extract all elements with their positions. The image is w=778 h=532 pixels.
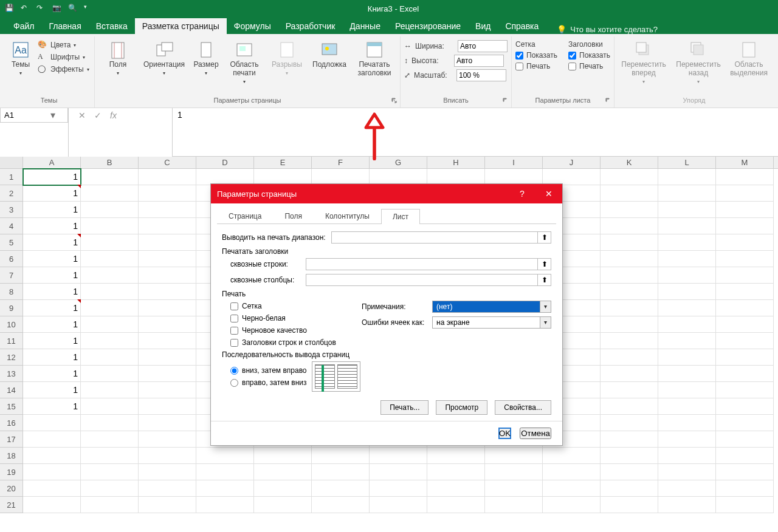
- cell[interactable]: [485, 480, 543, 497]
- cell[interactable]: [196, 480, 254, 497]
- row-header[interactable]: 9: [0, 300, 23, 316]
- column-header[interactable]: B: [81, 157, 139, 168]
- cell[interactable]: [254, 464, 312, 480]
- cell[interactable]: [716, 316, 774, 333]
- cell[interactable]: [370, 464, 427, 480]
- cell[interactable]: [601, 218, 658, 234]
- column-header[interactable]: L: [658, 157, 716, 168]
- cell[interactable]: [23, 480, 81, 497]
- row-header[interactable]: 8: [0, 284, 23, 300]
- cell[interactable]: [658, 202, 716, 218]
- cell[interactable]: [139, 366, 196, 382]
- cell[interactable]: [370, 480, 427, 497]
- margins-button[interactable]: Поля▾: [98, 38, 137, 76]
- cell[interactable]: [601, 448, 658, 464]
- cell[interactable]: [716, 333, 774, 349]
- cell[interactable]: [139, 464, 196, 480]
- cell[interactable]: [601, 169, 658, 185]
- cell[interactable]: [658, 382, 716, 398]
- redo-icon[interactable]: ↷: [36, 4, 46, 13]
- cell[interactable]: 1: [23, 267, 81, 284]
- fit-width-combo[interactable]: [458, 40, 508, 52]
- column-header[interactable]: I: [485, 157, 543, 168]
- chevron-down-icon[interactable]: ▾: [540, 301, 551, 312]
- cell[interactable]: 1: [23, 382, 81, 398]
- cell[interactable]: [543, 497, 601, 513]
- tab-page-layout[interactable]: Разметка страницы: [135, 18, 227, 34]
- tab-developer[interactable]: Разработчик: [278, 18, 343, 34]
- cell[interactable]: [716, 366, 774, 382]
- black-white-checkbox[interactable]: Черно-белая: [230, 314, 349, 322]
- cell[interactable]: 1: [23, 366, 81, 382]
- comments-combo[interactable]: ▾: [432, 301, 551, 313]
- row-header[interactable]: 4: [0, 218, 23, 234]
- row-header[interactable]: 13: [0, 366, 23, 382]
- row-header[interactable]: 1: [0, 169, 23, 185]
- cell[interactable]: [716, 382, 774, 398]
- cell[interactable]: [658, 218, 716, 234]
- print-area-input[interactable]: [331, 231, 538, 244]
- tab-data[interactable]: Данные: [342, 18, 388, 34]
- cell[interactable]: [81, 448, 139, 464]
- fit-height-combo[interactable]: [454, 55, 504, 67]
- column-header[interactable]: D: [196, 157, 254, 168]
- cell[interactable]: [81, 202, 139, 218]
- tab-view[interactable]: Вид: [468, 18, 498, 34]
- tell-me-search[interactable]: 💡 Что вы хотите сделать?: [557, 25, 658, 34]
- cell[interactable]: [81, 185, 139, 202]
- cell[interactable]: [658, 398, 716, 415]
- cell-errors-combo[interactable]: ▾: [432, 316, 551, 329]
- cell[interactable]: [485, 169, 543, 185]
- dialog-close-icon[interactable]: ✕: [535, 189, 562, 199]
- cell[interactable]: [139, 218, 196, 234]
- gridlines-checkbox[interactable]: Сетка: [230, 302, 349, 310]
- cols-repeat-picker-icon[interactable]: ⬆: [538, 274, 551, 286]
- row-header[interactable]: 16: [0, 415, 23, 431]
- cell[interactable]: [23, 464, 81, 480]
- cell[interactable]: [601, 398, 658, 415]
- row-header[interactable]: 19: [0, 464, 23, 480]
- tab-review[interactable]: Рецензирование: [388, 18, 468, 34]
- cell[interactable]: [601, 251, 658, 267]
- cell[interactable]: [716, 415, 774, 431]
- dialog-help-icon[interactable]: ?: [509, 189, 535, 199]
- cell[interactable]: [716, 497, 774, 513]
- cell[interactable]: [139, 398, 196, 415]
- cell[interactable]: [427, 169, 485, 185]
- chevron-down-icon[interactable]: ▾: [540, 317, 551, 328]
- ok-button[interactable]: OK: [498, 428, 511, 439]
- cell[interactable]: [139, 251, 196, 267]
- dialog-tab-header-footer[interactable]: Колонтитулы: [314, 208, 381, 223]
- cell[interactable]: [601, 349, 658, 366]
- cell[interactable]: [716, 267, 774, 284]
- tab-file[interactable]: Файл: [6, 18, 41, 34]
- cell[interactable]: [485, 497, 543, 513]
- cell[interactable]: [601, 431, 658, 448]
- cell[interactable]: [139, 300, 196, 316]
- cell[interactable]: [601, 267, 658, 284]
- cell[interactable]: [312, 497, 370, 513]
- cell[interactable]: [23, 448, 81, 464]
- name-box[interactable]: [1, 111, 48, 120]
- row-header[interactable]: 2: [0, 185, 23, 202]
- row-header[interactable]: 21: [0, 497, 23, 513]
- cell[interactable]: 1: [23, 284, 81, 300]
- cell[interactable]: [658, 431, 716, 448]
- row-header[interactable]: 15: [0, 398, 23, 415]
- cell[interactable]: [543, 480, 601, 497]
- cell[interactable]: [196, 464, 254, 480]
- name-box-dropdown-icon[interactable]: ▾: [48, 109, 58, 121]
- cell[interactable]: [139, 185, 196, 202]
- page-setup-launcher-icon[interactable]: [391, 98, 398, 104]
- send-backward-button[interactable]: Переместить назад▾: [673, 38, 724, 84]
- cell[interactable]: [81, 480, 139, 497]
- print-titles-button[interactable]: Печатать заголовки: [353, 38, 396, 78]
- print-area-button[interactable]: Область печати▾: [225, 38, 264, 84]
- cell[interactable]: [716, 464, 774, 480]
- fonts-button[interactable]: AШрифты▾: [38, 52, 89, 62]
- cell[interactable]: [81, 300, 139, 316]
- cell[interactable]: [427, 448, 485, 464]
- rows-repeat-picker-icon[interactable]: ⬆: [538, 258, 551, 270]
- cell[interactable]: [601, 497, 658, 513]
- cell[interactable]: [601, 382, 658, 398]
